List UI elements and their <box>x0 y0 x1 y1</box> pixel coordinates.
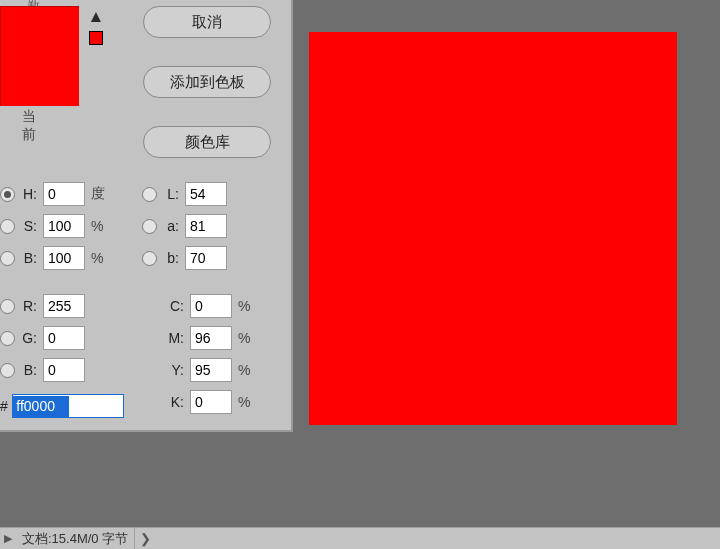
unit-h: 度 <box>91 185 109 203</box>
label-b-lab: b: <box>161 250 179 266</box>
radio-s[interactable] <box>0 219 15 234</box>
label-b-hsb: B: <box>19 250 37 266</box>
unit-y: % <box>238 362 256 378</box>
input-c[interactable] <box>190 294 232 318</box>
chevron-right-icon[interactable]: ❯ <box>134 528 156 549</box>
label-y: Y: <box>164 362 184 378</box>
radio-b-lab[interactable] <box>142 251 157 266</box>
label-s: S: <box>19 218 37 234</box>
label-a: a: <box>161 218 179 234</box>
status-bar: ▶ 文档:15.4M/0 字节 ❯ <box>0 527 720 549</box>
input-s[interactable] <box>43 214 85 238</box>
document-info[interactable]: 文档:15.4M/0 字节 <box>16 530 134 548</box>
add-to-swatches-button[interactable]: 添加到色板 <box>143 66 271 98</box>
input-h[interactable] <box>43 182 85 206</box>
color-swatch[interactable] <box>0 6 79 106</box>
input-m[interactable] <box>190 326 232 350</box>
unit-b-hsb: % <box>91 250 109 266</box>
input-l[interactable] <box>185 182 227 206</box>
input-y[interactable] <box>190 358 232 382</box>
input-b-lab[interactable] <box>185 246 227 270</box>
color-picker-dialog: 新的 当前 ▲ 取消 添加到色板 颜色库 H: 度 S: % B: <box>0 0 293 432</box>
input-b-rgb[interactable] <box>43 358 85 382</box>
unit-s: % <box>91 218 109 234</box>
input-a[interactable] <box>185 214 227 238</box>
input-k[interactable] <box>190 390 232 414</box>
label-l: L: <box>161 186 179 202</box>
hex-prefix: # <box>0 398 8 414</box>
radio-b-hsb[interactable] <box>0 251 15 266</box>
hex-input-wrap[interactable]: ff0000 <box>12 394 124 418</box>
label-g: G: <box>19 330 37 346</box>
warning-icon: ▲ <box>87 8 105 25</box>
gamut-warning[interactable]: ▲ <box>87 8 105 45</box>
canvas-fill <box>309 32 677 425</box>
radio-b-rgb[interactable] <box>0 363 15 378</box>
input-g[interactable] <box>43 326 85 350</box>
label-m: M: <box>164 330 184 346</box>
unit-k: % <box>238 394 256 410</box>
label-c: C: <box>164 298 184 314</box>
label-h: H: <box>19 186 37 202</box>
input-r[interactable] <box>43 294 85 318</box>
input-b-hsb[interactable] <box>43 246 85 270</box>
unit-c: % <box>238 298 256 314</box>
warning-swatch[interactable] <box>89 31 103 45</box>
radio-g[interactable] <box>0 331 15 346</box>
label-k: K: <box>164 394 184 410</box>
label-r: R: <box>19 298 37 314</box>
disclosure-icon[interactable]: ▶ <box>0 532 16 545</box>
label-b-rgb: B: <box>19 362 37 378</box>
radio-l[interactable] <box>142 187 157 202</box>
cancel-button[interactable]: 取消 <box>143 6 271 38</box>
radio-a[interactable] <box>142 219 157 234</box>
unit-m: % <box>238 330 256 346</box>
swatch-current-label: 当前 <box>22 108 36 144</box>
radio-r[interactable] <box>0 299 15 314</box>
hex-selection: ff0000 <box>13 396 69 417</box>
radio-h[interactable] <box>0 187 15 202</box>
color-libraries-button[interactable]: 颜色库 <box>143 126 271 158</box>
